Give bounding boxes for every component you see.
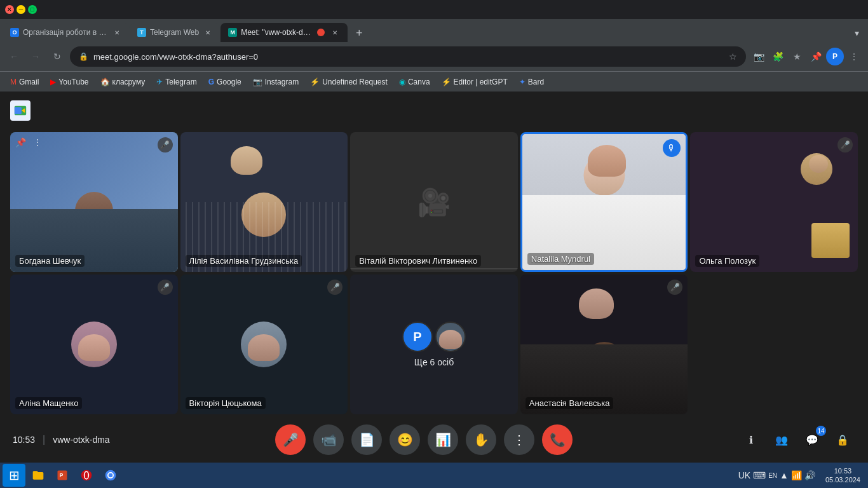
bookmark-classrumu-label: класруму <box>112 78 146 86</box>
tab-close-organize[interactable]: ✕ <box>112 27 122 37</box>
url-bar[interactable]: 🔒 meet.google.com/vww-otxk-dma?authuser=… <box>70 46 746 67</box>
bookmark-undefined-request-label: Undefined Request <box>322 78 388 86</box>
tab-close-telegram[interactable]: ✕ <box>203 27 213 37</box>
menu-button[interactable]: ⋮ <box>845 48 863 65</box>
lilia-name: Лілія Василівна Грудзинська <box>186 255 302 267</box>
meet-info-left: 10:53 | vww-otxk-dma <box>13 434 110 445</box>
tab-close-meet[interactable]: ✕ <box>330 27 340 37</box>
camera-button[interactable]: 📹 <box>313 424 344 455</box>
participant-alina: 🎤 Аліна Мащенко <box>10 274 178 414</box>
reload-button[interactable]: ↻ <box>48 48 66 65</box>
svg-point-7 <box>109 473 113 478</box>
new-tab-button[interactable]: + <box>350 24 368 42</box>
svg-text:P: P <box>60 472 64 478</box>
taskbar-chrome[interactable] <box>99 464 122 487</box>
raise-hand-button[interactable]: ✋ <box>466 424 496 455</box>
extra-avatars-row: P <box>402 322 466 352</box>
profile-button[interactable]: P <box>826 48 844 65</box>
activities-button[interactable]: 🔒 <box>830 427 855 452</box>
bookmark-gmail-label: Gmail <box>19 78 39 86</box>
bookmark-google[interactable]: G Google <box>203 75 247 89</box>
taskbar-clock[interactable]: 10:53 05.03.2024 <box>820 466 865 485</box>
bookmark-bard[interactable]: ✦ Bard <box>514 75 549 89</box>
emoji-button[interactable]: 😊 <box>390 424 420 455</box>
window-controls: ✕ ─ □ <box>5 5 37 14</box>
meet-logo <box>10 100 31 121</box>
participant-bogdana: 🎤 📌 ⋮ Богдана Шевчук <box>10 132 178 272</box>
back-button[interactable]: ← <box>5 48 23 65</box>
bookmark-canva[interactable]: ◉ Canva <box>394 75 435 89</box>
meet-bottom-bar: 10:53 | vww-otxk-dma 🎤 📹 📄 😊 📊 ✋ ⋮ 📞 ℹ 👥… <box>0 417 868 463</box>
meet-bottom-right: ℹ 👥 💬 14 🔒 <box>738 427 855 452</box>
taskbar-time: 10:53 <box>834 466 852 475</box>
bookmark-undefined-request[interactable]: ⚡ Undefined Request <box>305 75 393 89</box>
star-icon[interactable]: ☆ <box>729 51 737 62</box>
tab-strip-expand[interactable]: ▾ <box>848 24 865 42</box>
participant-olga: 🎤 Ольга Полозук <box>690 132 858 272</box>
chat-button[interactable]: 💬 14 <box>799 427 825 452</box>
bookmark-gmail[interactable]: M Gmail <box>5 75 44 89</box>
bookmarks-bar: M Gmail ▶ YouTube 🏠 класруму ✈ Telegram … <box>0 71 868 92</box>
instagram-icon: 📷 <box>253 78 262 86</box>
undefined-request-icon: ⚡ <box>310 78 320 86</box>
tab-bar: О Організація роботи в ЗМІ 566... ✕ T Te… <box>0 19 868 42</box>
taskbar-powerpoint[interactable]: P <box>51 464 74 487</box>
canva-icon: ◉ <box>399 78 405 86</box>
mic-button[interactable]: 🎤 <box>275 424 306 455</box>
bogdana-name: Богдана Шевчук <box>15 255 85 267</box>
taskbar-opera[interactable] <box>75 464 98 487</box>
olga-name: Ольга Полозук <box>695 255 759 267</box>
chat-badge: 14 <box>816 426 826 436</box>
bookmark-bard-label: Bard <box>528 78 544 86</box>
google-icon: G <box>208 78 214 86</box>
bookmark-classrumu[interactable]: 🏠 класруму <box>95 75 151 89</box>
info-button[interactable]: ℹ <box>738 427 764 452</box>
participant-nataliia: 🎙 Nataliia Myndrul <box>520 132 688 272</box>
arrow-up-icon[interactable]: ▲ <box>780 470 789 480</box>
no-video-icon: 🎥 <box>417 187 451 218</box>
meet-code: vww-otxk-dma <box>53 435 109 445</box>
browser-window: ✕ ─ □ О Організація роботи в ЗМІ 566... … <box>0 0 868 463</box>
forward-button[interactable]: → <box>27 48 44 65</box>
end-call-button[interactable]: 📞 <box>542 424 573 455</box>
tab-meet[interactable]: M Meet: "vww-otxk-dma" ✕ <box>220 23 348 42</box>
bookmark-youtube[interactable]: ▶ YouTube <box>45 75 93 89</box>
svg-rect-0 <box>15 107 22 114</box>
taskbar-date: 05.03.2024 <box>825 475 860 484</box>
bookmark-instagram-label: Instagram <box>265 78 299 86</box>
volume-icon: 🔊 <box>804 470 815 480</box>
tab-organize[interactable]: О Організація роботи в ЗМІ 566... ✕ <box>3 23 130 42</box>
participant-viktoria: 🎤 Вікторія Цюцькома <box>180 274 348 414</box>
bookmark-editorgpt[interactable]: ⚡ Editor | editGPT <box>437 75 513 89</box>
extensions-button[interactable]: 🧩 <box>769 48 787 65</box>
maximize-window-button[interactable]: □ <box>28 5 37 14</box>
alina-name: Аліна Мащенко <box>15 397 82 409</box>
network-icon: 📶 <box>791 470 802 480</box>
more-options-button[interactable]: ⋮ <box>504 424 534 455</box>
cast-button[interactable]: 📷 <box>750 48 768 65</box>
extra-avatar-photo <box>435 322 466 352</box>
bookmark-telegram-label: Telegram <box>165 78 196 86</box>
bookmark-canva-label: Canva <box>408 78 430 86</box>
extra-count: Ще 6 осіб <box>414 357 454 367</box>
taskbar-file-explorer[interactable] <box>27 464 50 487</box>
minimize-window-button[interactable]: ─ <box>17 5 25 14</box>
language-label: EN <box>768 472 777 479</box>
people-button[interactable]: 👥 <box>769 427 794 452</box>
bookmark-telegram[interactable]: ✈ Telegram <box>151 75 201 89</box>
bookmark-button[interactable]: ★ <box>788 48 806 65</box>
meet-content: 🎤 📌 ⋮ Богдана Шевчук Лілія Василівна Гру… <box>0 92 868 463</box>
tab-telegram[interactable]: T Telegram Web ✕ <box>130 23 220 42</box>
present-button[interactable]: 📊 <box>428 424 458 455</box>
viktoria-mute-icon: 🎤 <box>327 280 342 295</box>
meet-header <box>0 92 868 130</box>
bookmark-instagram[interactable]: 📷 Instagram <box>248 75 304 89</box>
participant-vitaliy: 🎥 Віталій Вікторович Литвиненко <box>350 132 518 272</box>
captions-button[interactable]: 📄 <box>351 424 382 455</box>
participant-anastasiia: 🎤 Анастасія Валевська <box>520 274 688 414</box>
close-window-button[interactable]: ✕ <box>5 5 14 14</box>
start-button[interactable]: ⊞ <box>3 464 25 487</box>
url-text: meet.google.com/vww-otxk-dma?authuser=0 <box>93 52 724 62</box>
participants-grid: 🎤 📌 ⋮ Богдана Шевчук Лілія Василівна Гру… <box>0 130 868 417</box>
pin-button[interactable]: 📌 <box>807 48 825 65</box>
